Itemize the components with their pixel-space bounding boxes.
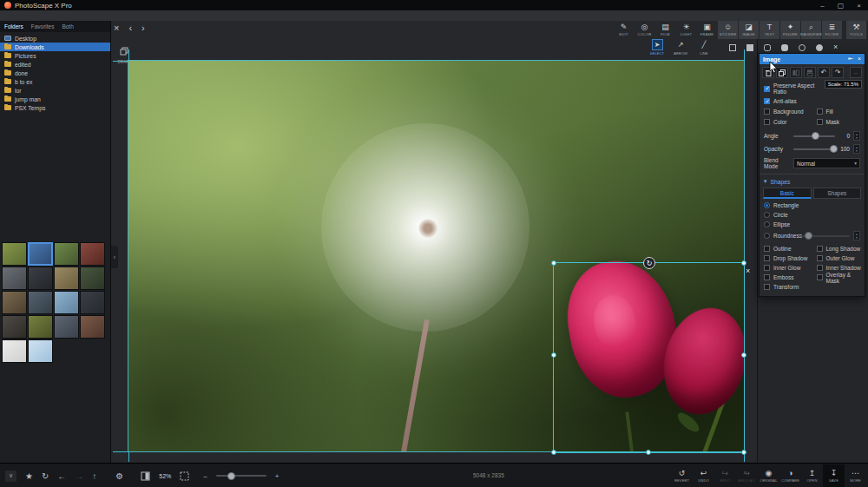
shape-option-circle[interactable]: Circle — [760, 210, 865, 220]
effect-checkbox-row[interactable]: Overlay & Mask — [812, 273, 865, 282]
radio[interactable] — [764, 221, 770, 227]
refresh-icon[interactable]: ↻ — [42, 471, 49, 481]
sidebar-tab[interactable]: Both — [62, 23, 73, 30]
open-button[interactable]: ↥ OPEN — [801, 464, 823, 487]
thumbnail[interactable] — [80, 291, 105, 314]
preserve-aspect-ratio-row[interactable]: Preserve Aspect Ratio — [760, 81, 831, 96]
folder-item[interactable]: jump man — [0, 95, 110, 103]
opacity-slider-knob[interactable] — [830, 145, 838, 153]
effect-checkbox-row[interactable]: Inner Glow — [760, 263, 812, 273]
checkbox[interactable] — [764, 109, 770, 115]
resize-handle[interactable] — [741, 260, 746, 266]
checkbox[interactable] — [817, 274, 823, 280]
select-tool[interactable]: ➤ SELECT — [648, 39, 666, 56]
shape-option-roundness[interactable]: Roundness ▴▾ — [760, 229, 865, 242]
effect-checkbox-row[interactable]: Transform — [760, 282, 812, 292]
figure-tab[interactable]: ✦ FIGURE — [780, 21, 800, 39]
folder-item[interactable]: Pictures — [0, 51, 110, 60]
film-tab[interactable]: ▤ FILM — [655, 21, 675, 39]
radio[interactable] — [764, 233, 770, 239]
chevron-up-toggle[interactable]: ∨ — [5, 471, 16, 482]
ellipse-filled-icon[interactable] — [816, 44, 823, 51]
thumbnail[interactable] — [2, 267, 27, 290]
up-icon[interactable]: ↑ — [92, 471, 96, 481]
checkbox[interactable] — [764, 274, 770, 280]
checkbox[interactable] — [817, 265, 823, 271]
checkbox-checked[interactable] — [764, 98, 770, 104]
checkbox[interactable] — [817, 255, 823, 261]
undo-button[interactable]: ↩ UNDO — [693, 464, 714, 487]
line-tool[interactable]: ╱ LINE — [695, 39, 713, 56]
shape-option-rectangle[interactable]: Rectangle — [760, 201, 865, 210]
pin-icon[interactable]: ⇤ — [848, 56, 853, 63]
thumbnail[interactable] — [2, 291, 27, 314]
save-button[interactable]: ↧ SAVE — [823, 464, 845, 487]
checkbox[interactable] — [764, 284, 770, 290]
gear-icon[interactable]: ⚙ — [115, 471, 123, 481]
effect-checkbox-row[interactable]: Drop Shadow — [760, 253, 812, 263]
thumbnail[interactable] — [28, 291, 53, 314]
radio[interactable] — [764, 212, 770, 218]
roundness-slider-knob[interactable] — [805, 232, 812, 240]
checkbox[interactable] — [764, 255, 770, 261]
toggle-row[interactable]: Background — [760, 106, 812, 116]
folder-item[interactable]: done — [0, 69, 110, 77]
maximize-button[interactable]: ▢ — [838, 2, 845, 10]
anti-alias-row[interactable]: Anti-alias — [760, 96, 865, 106]
thumbnail[interactable] — [54, 291, 79, 314]
checkbox[interactable] — [764, 119, 770, 125]
filter-tab[interactable]: ≣ FILTER — [822, 21, 842, 39]
resize-handle[interactable] — [551, 260, 556, 266]
folder-item[interactable]: edited — [0, 60, 110, 69]
checkbox[interactable] — [764, 246, 770, 252]
flip-horizontal-button[interactable] — [790, 67, 802, 78]
thumbnail[interactable] — [80, 315, 105, 339]
resize-handle[interactable] — [741, 450, 746, 455]
toggle-row[interactable]: Color — [760, 116, 812, 127]
roundness-stepper[interactable]: ▴▾ — [853, 231, 860, 240]
color-tab[interactable]: ◎ COLOR — [635, 21, 654, 39]
shapes-tab[interactable]: Basic — [763, 188, 812, 199]
text-tab[interactable]: T TEXT — [760, 21, 779, 39]
zoom-out-icon[interactable]: – — [203, 471, 207, 481]
favorite-star-icon[interactable]: ★ — [25, 471, 33, 481]
close-subtoolbar-icon[interactable]: × — [833, 43, 838, 51]
checkbox-checked[interactable] — [764, 86, 770, 92]
zoom-in-icon[interactable]: + — [275, 471, 279, 481]
effect-checkbox-row[interactable]: Outer Glow — [812, 253, 865, 263]
rotate-handle[interactable]: ↻ — [643, 257, 655, 269]
compare-button[interactable]: ◑ COMPARE — [779, 464, 801, 487]
resize-handle[interactable] — [551, 352, 556, 358]
roundness-slider[interactable] — [799, 235, 850, 237]
shapes-tab[interactable]: Shapes — [813, 188, 862, 199]
edit-tab[interactable]: ✎ EDIT — [614, 21, 634, 39]
thumbnail[interactable] — [54, 267, 79, 290]
redo-all-button[interactable]: ↬ REDO ALL — [736, 464, 758, 487]
effect-checkbox-row[interactable]: Emboss — [760, 273, 812, 282]
checkbox[interactable] — [817, 246, 823, 252]
checkbox[interactable] — [817, 119, 823, 125]
folder-item[interactable]: Downloads — [0, 43, 110, 51]
minimize-button[interactable]: – — [820, 2, 824, 10]
sidebar-collapse-handle[interactable]: ‹ — [111, 246, 118, 268]
thumbnail[interactable] — [54, 315, 79, 339]
next-image-button[interactable]: › — [141, 23, 145, 33]
thumbnail[interactable] — [54, 242, 79, 266]
resize-handle[interactable] — [551, 450, 556, 455]
sticker-tab[interactable]: ☺ STICKER — [718, 21, 738, 39]
shapes-section-header[interactable]: ▾ Shapes — [760, 174, 865, 187]
effect-checkbox-row[interactable]: Outline — [760, 244, 812, 253]
tools-tab[interactable]: ⚒ TOOLS — [846, 21, 866, 39]
magnifier-tab[interactable]: ⌕ MAGNIFIER — [801, 21, 821, 39]
original-button[interactable]: ◉ ORIGINAL — [758, 464, 779, 487]
folder-item[interactable]: lor — [0, 86, 110, 95]
opacity-stepper[interactable]: ▴▾ — [853, 144, 860, 154]
rect-outline-icon[interactable] — [729, 44, 736, 51]
delete-object-icon[interactable]: × — [746, 267, 750, 275]
close-image-button[interactable]: × — [114, 23, 119, 33]
close-button[interactable]: × — [857, 2, 861, 10]
rotate-left-button[interactable]: ↶ — [818, 67, 830, 78]
thumbnail[interactable] — [28, 267, 53, 290]
shape-option-ellipse[interactable]: Ellipse — [760, 220, 865, 229]
thumbnail[interactable] — [2, 242, 27, 266]
